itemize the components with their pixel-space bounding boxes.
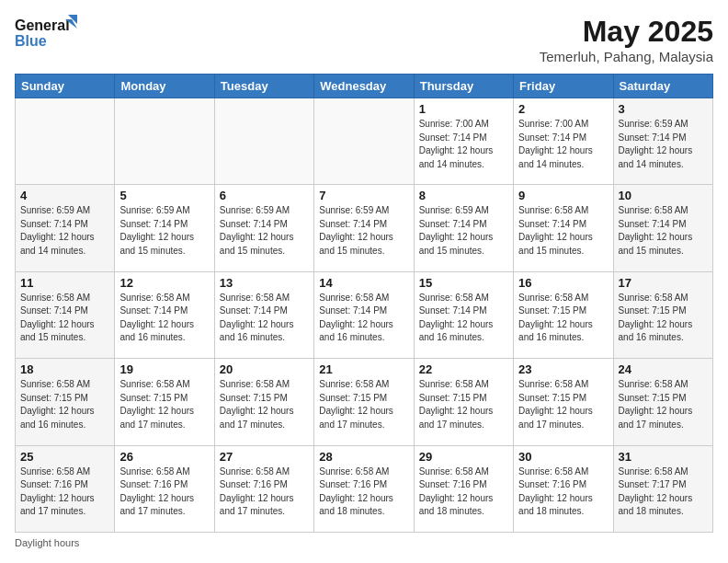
day-cell: 6Sunrise: 6:59 AM Sunset: 7:14 PM Daylig… (214, 185, 313, 271)
day-info: Sunrise: 6:58 AM Sunset: 7:15 PM Dayligh… (619, 378, 708, 431)
day-cell: 18Sunrise: 6:58 AM Sunset: 7:15 PM Dayli… (16, 359, 115, 445)
calendar-header-row: SundayMondayTuesdayWednesdayThursdayFrid… (16, 75, 713, 98)
day-info: Sunrise: 6:58 AM Sunset: 7:14 PM Dayligh… (319, 292, 408, 345)
day-cell: 15Sunrise: 6:58 AM Sunset: 7:14 PM Dayli… (414, 271, 513, 358)
day-number: 29 (419, 450, 508, 464)
logo-icon: GeneralBlue (15, 15, 79, 52)
week-row-1: 1Sunrise: 7:00 AM Sunset: 7:14 PM Daylig… (16, 98, 713, 185)
day-number: 3 (619, 102, 708, 116)
day-cell: 12Sunrise: 6:58 AM Sunset: 7:14 PM Dayli… (115, 271, 214, 358)
day-info: Sunrise: 6:59 AM Sunset: 7:14 PM Dayligh… (319, 204, 408, 258)
day-info: Sunrise: 6:58 AM Sunset: 7:17 PM Dayligh… (619, 465, 708, 519)
day-cell: 21Sunrise: 6:58 AM Sunset: 7:15 PM Dayli… (314, 359, 414, 445)
day-info: Sunrise: 6:58 AM Sunset: 7:14 PM Dayligh… (619, 204, 708, 258)
day-number: 24 (619, 362, 708, 376)
subtitle: Temerluh, Pahang, Malaysia (540, 49, 713, 64)
day-info: Sunrise: 6:58 AM Sunset: 7:15 PM Dayligh… (419, 378, 508, 431)
day-number: 17 (619, 276, 708, 290)
day-cell: 4Sunrise: 6:59 AM Sunset: 7:14 PM Daylig… (16, 185, 115, 271)
day-info: Sunrise: 6:58 AM Sunset: 7:16 PM Dayligh… (419, 465, 508, 519)
main-title: May 2025 (540, 15, 713, 49)
day-info: Sunrise: 6:58 AM Sunset: 7:14 PM Dayligh… (220, 292, 309, 345)
day-number: 19 (119, 362, 209, 376)
svg-text:Blue: Blue (15, 33, 47, 49)
footer-note: Daylight hours (15, 537, 713, 548)
day-info: Sunrise: 6:59 AM Sunset: 7:14 PM Dayligh… (220, 204, 309, 258)
page: GeneralBlue May 2025 Temerluh, Pahang, M… (0, 0, 728, 563)
day-number: 13 (220, 276, 309, 290)
day-number: 10 (619, 189, 708, 202)
calendar-table: SundayMondayTuesdayWednesdayThursdayFrid… (15, 74, 713, 533)
day-number: 23 (518, 362, 608, 376)
day-number: 22 (419, 362, 508, 376)
day-info: Sunrise: 7:00 AM Sunset: 7:14 PM Dayligh… (419, 118, 508, 171)
day-info: Sunrise: 6:58 AM Sunset: 7:14 PM Dayligh… (20, 292, 109, 345)
day-number: 25 (20, 450, 109, 464)
day-cell (16, 98, 115, 185)
day-cell: 3Sunrise: 6:59 AM Sunset: 7:14 PM Daylig… (613, 98, 712, 185)
day-info: Sunrise: 6:58 AM Sunset: 7:15 PM Dayligh… (518, 378, 608, 431)
day-number: 2 (518, 102, 608, 116)
day-cell (115, 98, 214, 185)
title-block: May 2025 Temerluh, Pahang, Malaysia (540, 15, 713, 64)
day-number: 1 (419, 102, 508, 116)
col-header-friday: Friday (514, 75, 613, 98)
day-cell: 2Sunrise: 7:00 AM Sunset: 7:14 PM Daylig… (514, 98, 613, 185)
day-number: 5 (119, 189, 209, 202)
day-info: Sunrise: 6:58 AM Sunset: 7:14 PM Dayligh… (419, 292, 508, 345)
day-info: Sunrise: 6:58 AM Sunset: 7:16 PM Dayligh… (220, 465, 309, 519)
day-number: 15 (419, 276, 508, 290)
day-info: Sunrise: 6:58 AM Sunset: 7:15 PM Dayligh… (319, 378, 408, 431)
day-info: Sunrise: 6:58 AM Sunset: 7:16 PM Dayligh… (20, 465, 109, 519)
week-row-4: 18Sunrise: 6:58 AM Sunset: 7:15 PM Dayli… (16, 359, 713, 445)
col-header-wednesday: Wednesday (314, 75, 414, 98)
week-row-2: 4Sunrise: 6:59 AM Sunset: 7:14 PM Daylig… (16, 185, 713, 271)
day-cell: 22Sunrise: 6:58 AM Sunset: 7:15 PM Dayli… (414, 359, 513, 445)
day-info: Sunrise: 6:59 AM Sunset: 7:14 PM Dayligh… (119, 204, 209, 258)
day-number: 9 (518, 189, 608, 202)
day-info: Sunrise: 6:58 AM Sunset: 7:14 PM Dayligh… (518, 204, 608, 258)
day-info: Sunrise: 6:58 AM Sunset: 7:15 PM Dayligh… (119, 378, 209, 431)
day-cell (214, 98, 313, 185)
day-cell: 7Sunrise: 6:59 AM Sunset: 7:14 PM Daylig… (314, 185, 414, 271)
week-row-3: 11Sunrise: 6:58 AM Sunset: 7:14 PM Dayli… (16, 271, 713, 358)
svg-text:General: General (15, 17, 70, 33)
day-cell: 29Sunrise: 6:58 AM Sunset: 7:16 PM Dayli… (414, 445, 513, 532)
day-cell: 8Sunrise: 6:59 AM Sunset: 7:14 PM Daylig… (414, 185, 513, 271)
day-info: Sunrise: 6:58 AM Sunset: 7:15 PM Dayligh… (220, 378, 309, 431)
day-number: 26 (119, 450, 209, 464)
day-number: 14 (319, 276, 408, 290)
day-info: Sunrise: 6:58 AM Sunset: 7:15 PM Dayligh… (518, 292, 608, 345)
day-cell: 20Sunrise: 6:58 AM Sunset: 7:15 PM Dayli… (214, 359, 313, 445)
logo: GeneralBlue (15, 15, 79, 52)
header: GeneralBlue May 2025 Temerluh, Pahang, M… (15, 15, 713, 64)
day-number: 28 (319, 450, 408, 464)
day-info: Sunrise: 7:00 AM Sunset: 7:14 PM Dayligh… (518, 118, 608, 171)
day-cell: 16Sunrise: 6:58 AM Sunset: 7:15 PM Dayli… (514, 271, 613, 358)
day-cell (314, 98, 414, 185)
col-header-sunday: Sunday (16, 75, 115, 98)
day-info: Sunrise: 6:59 AM Sunset: 7:14 PM Dayligh… (20, 204, 109, 258)
day-info: Sunrise: 6:58 AM Sunset: 7:16 PM Dayligh… (518, 465, 608, 519)
day-info: Sunrise: 6:59 AM Sunset: 7:14 PM Dayligh… (419, 204, 508, 258)
day-cell: 1Sunrise: 7:00 AM Sunset: 7:14 PM Daylig… (414, 98, 513, 185)
day-cell: 26Sunrise: 6:58 AM Sunset: 7:16 PM Dayli… (115, 445, 214, 532)
col-header-thursday: Thursday (414, 75, 513, 98)
day-number: 12 (119, 276, 209, 290)
day-number: 21 (319, 362, 408, 376)
day-number: 8 (419, 189, 508, 202)
day-number: 11 (20, 276, 109, 290)
day-cell: 23Sunrise: 6:58 AM Sunset: 7:15 PM Dayli… (514, 359, 613, 445)
day-cell: 31Sunrise: 6:58 AM Sunset: 7:17 PM Dayli… (613, 445, 712, 532)
day-number: 27 (220, 450, 309, 464)
day-cell: 9Sunrise: 6:58 AM Sunset: 7:14 PM Daylig… (514, 185, 613, 271)
day-cell: 14Sunrise: 6:58 AM Sunset: 7:14 PM Dayli… (314, 271, 414, 358)
day-cell: 17Sunrise: 6:58 AM Sunset: 7:15 PM Dayli… (613, 271, 712, 358)
col-header-saturday: Saturday (613, 75, 712, 98)
day-number: 16 (518, 276, 608, 290)
day-cell: 5Sunrise: 6:59 AM Sunset: 7:14 PM Daylig… (115, 185, 214, 271)
day-cell: 19Sunrise: 6:58 AM Sunset: 7:15 PM Dayli… (115, 359, 214, 445)
day-number: 30 (518, 450, 608, 464)
day-number: 4 (20, 189, 109, 202)
day-cell: 27Sunrise: 6:58 AM Sunset: 7:16 PM Dayli… (214, 445, 313, 532)
